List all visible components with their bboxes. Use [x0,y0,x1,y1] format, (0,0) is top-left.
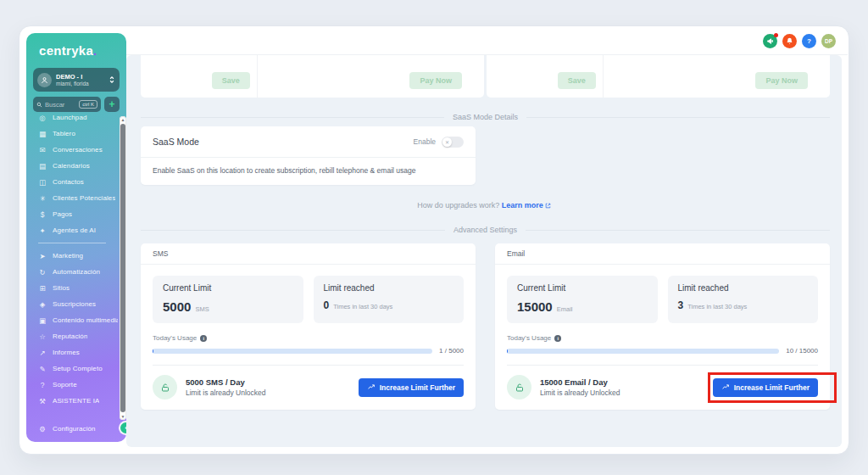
limit-status: Limit is already Unlocked [186,388,265,397]
current-limit-value: 15000 [517,299,553,314]
sidebar-item-ai-agents[interactable]: ✦Agentes de AI [26,222,118,238]
sidebar-item-automation[interactable]: ↻Automatización [26,264,118,280]
save-button[interactable]: Save [558,72,596,89]
sidebar-nav: ◎Launchpad ▦Tablero ✉Conversaciones ▤Cal… [26,109,118,409]
saas-mode-details-divider: SaaS Mode Details [141,113,830,121]
card-title: SMS [141,243,476,265]
account-switcher[interactable]: DEMO - I miami, florida [33,68,120,92]
sidebar-item-setup[interactable]: ✎Setup Completo [26,360,118,377]
upgrade-help-line: How do upgrades work? Learn more [126,201,842,210]
scroll-down-arrow[interactable]: ▼ [120,414,126,419]
megaphone-icon [766,37,774,45]
sidebar-item-opportunities[interactable]: ✳Clientes Potenciales [26,190,118,206]
learn-more-link[interactable]: Learn more [502,201,543,210]
pay-now-button[interactable]: Pay Now [409,72,462,89]
nav-divider [38,243,106,243]
sidebar-item-sites[interactable]: ⊞Sitios [26,280,118,296]
current-limit-value: 5000 [163,299,191,314]
launchpad-icon: ◎ [37,114,47,122]
sidebar-item-reporting[interactable]: ↗Informes [26,344,118,360]
usage-progress-bar [153,349,432,354]
search-placeholder: Buscar [45,101,76,109]
app-window: centryka. DEMO - I miami, florida Buscar… [19,25,849,455]
help-button[interactable]: ? [802,34,816,48]
sidebar-item-conversations[interactable]: ✉Conversaciones [26,142,118,158]
sidebar-item-reputation[interactable]: ☆Reputación [26,328,118,344]
sidebar-item-launchpad[interactable]: ◎Launchpad [26,109,118,126]
usage-value: 1 / 5000 [439,347,464,355]
setup-icon: ✎ [37,365,47,373]
increase-limit-button[interactable]: Increase Limit Further [359,378,464,397]
scroll-up-arrow[interactable]: ▲ [120,117,126,122]
per-day-limit: 5000 SMS / Day [186,377,265,387]
brand-logo: centryka. [26,33,126,66]
brand-name: centryka [39,43,93,58]
current-limit-box: Current Limit 15000Email [507,276,658,323]
sidebar-item-marketing[interactable]: ➤Marketing [26,248,118,264]
account-location: miami, florida [56,81,108,87]
pay-now-button[interactable]: Pay Now [755,72,808,89]
current-limit-box: Current Limit 5000SMS [153,276,303,323]
memberships-icon: ◈ [37,300,47,309]
conversations-icon: ✉ [37,146,47,154]
sidebar-scrollbar[interactable]: ▲ ▼ [120,116,126,420]
saas-mode-title: SaaS Mode [153,137,199,147]
sidebar-item-dashboard[interactable]: ▦Tablero [26,126,118,142]
notification-dot [774,33,778,37]
sidebar-item-support[interactable]: ?Soporte [26,377,118,393]
saas-mode-description: Enable SaaS on this location to create s… [141,158,476,185]
limit-reached-value: 3 [678,299,684,311]
limit-reached-box: Limit reached 3Times in last 30 days [668,276,819,323]
usage-cards-row: SMS Current Limit 5000SMS Limit reached … [141,243,830,410]
notifications-button[interactable] [782,34,797,48]
chevron-up-down-icon [108,72,115,87]
info-icon[interactable]: i [200,335,207,342]
scrollbar-thumb[interactable] [120,124,125,412]
calendars-icon: ▤ [37,162,47,170]
brand-dot: . [93,43,97,58]
sidebar-item-memberships[interactable]: ◈Suscripciones [26,296,118,312]
sidebar-item-payments[interactable]: $Pagos [26,206,118,222]
increase-limit-button[interactable]: Increase Limit Further [713,378,818,397]
ai-agents-icon: ✦ [37,226,47,235]
usage-progress-bar [507,349,779,354]
save-button[interactable]: Save [212,72,250,89]
todays-usage-label: Today's Usage [507,334,551,342]
toggle-knob: ✕ [442,137,452,147]
sidebar-item-calendars[interactable]: ▤Calendarios [26,158,118,174]
automation-icon: ↻ [37,268,47,277]
account-name: DEMO - I [56,73,108,81]
user-avatar[interactable]: DP [821,34,836,48]
saas-mode-card: SaaS Mode Enable ✕ Enable SaaS on this l… [141,126,476,185]
info-icon[interactable]: i [554,335,561,342]
annotation-highlight-box: Increase Limit Further [713,378,818,397]
media-icon: ▣ [37,316,47,325]
reputation-icon: ☆ [37,332,47,341]
plan-card-right: Save Pay Now [487,55,830,98]
avatar-initials: DP [825,38,832,44]
announcements-button[interactable] [763,34,777,48]
sidebar-item-contacts[interactable]: ◫Contactos [26,174,118,190]
dashboard-icon: ▦ [37,130,47,138]
limit-reached-value: 0 [324,299,330,311]
plan-card-left: Save Pay Now [141,55,484,98]
payments-icon: $ [37,210,47,219]
todays-usage-label: Today's Usage [153,334,197,342]
sms-usage-card: SMS Current Limit 5000SMS Limit reached … [141,243,476,410]
external-link-icon [545,202,551,210]
saas-mode-toggle[interactable]: ✕ [442,137,464,148]
account-avatar-icon [37,73,52,87]
sidebar-item-settings[interactable]: ⚙Configuración [26,421,118,437]
unlock-icon [507,375,531,400]
trending-up-icon [721,383,730,391]
search-icon [36,102,42,108]
gear-icon: ⚙ [37,425,47,433]
card-title: Email [495,243,830,265]
sidebar: centryka. DEMO - I miami, florida Buscar… [26,33,126,442]
usage-value: 10 / 15000 [786,347,818,355]
advanced-settings-divider: Advanced Settings [141,226,830,234]
top-bar: ? DP [126,27,848,55]
sidebar-item-media[interactable]: ▣Contenido multimedia... [26,312,118,328]
support-icon: ? [37,381,47,389]
sidebar-item-ai-assistant[interactable]: ⚒ASISTENTE IA [26,393,118,409]
